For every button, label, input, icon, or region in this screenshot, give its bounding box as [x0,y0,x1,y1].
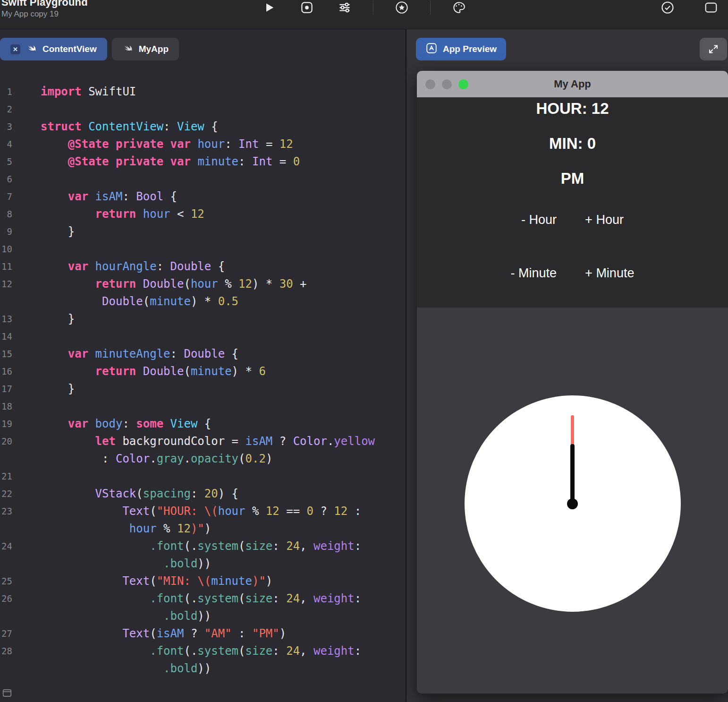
code-line[interactable]: 18 [0,397,406,415]
line-number: 6 [0,174,12,184]
code-line[interactable]: 27 Text(isAM ? "AM" : "PM") [0,625,406,642]
close-tab-icon[interactable]: ✕ [10,44,20,54]
line-number: 8 [0,209,12,219]
expand-preview-button[interactable] [700,38,727,60]
code-lines[interactable]: 1import SwiftUI23struct ContentView: Vie… [0,83,406,702]
code-text: var isAM: Bool { [41,190,177,203]
preview-window-titlebar: My App [417,71,728,97]
code-text: .bold)) [41,662,211,675]
clock-controls-row: - Hour+ Hour [417,213,728,227]
code-line[interactable]: 22 VStack(spacing: 20) { [0,485,406,502]
clock-section [417,308,728,693]
code-line[interactable]: Double(minute) * 0.5 [0,292,406,310]
console-settings-button[interactable] [335,0,354,15]
tab-label: ContentView [42,44,97,54]
code-line[interactable]: 25 Text("MIN: \(minute)") [0,572,406,590]
code-line[interactable]: 12 return Double(hour % 12) * 30 + [0,275,406,292]
code-line[interactable]: 14 [0,327,406,345]
increment-hour-button[interactable]: + Hour [585,213,624,227]
hour-readout: HOUR: 12 [417,99,728,118]
window-close-button[interactable] [425,79,435,89]
code-text: : Color.gray.opacity(0.2) [41,452,272,465]
code-line[interactable]: 5 @State private var minute: Int = 0 [0,153,406,170]
screen-dot-icon [300,0,314,15]
code-line[interactable]: 15 var minuteAngle: Double { [0,345,406,362]
run-button[interactable] [260,0,279,15]
code-line[interactable]: 8 return hour < 12 [0,205,406,223]
swift-icon [122,43,133,56]
code-text: VStack(spacing: 20) { [41,487,238,500]
code-line[interactable]: 19 var body: some View { [0,415,406,432]
window-minimize-button[interactable] [442,79,452,89]
code-text: return Double(minute) * 6 [41,365,266,378]
hour-hand [571,415,574,445]
code-line[interactable]: 6 [0,170,406,188]
code-text: struct ContentView: View { [41,120,218,133]
code-line[interactable]: 23 Text("HOUR: \(hour % 12 == 0 ? 12 : [0,502,406,520]
code-line[interactable]: 20 let backgroundColor = isAM ? Color.ye… [0,432,406,450]
code-text: return hour < 12 [41,207,204,221]
line-number: 25 [0,576,12,586]
screen-record-button[interactable] [297,0,316,15]
appearance-button[interactable] [449,0,468,15]
editor-panel-toggle-button[interactable] [2,688,12,700]
decrement-hour-button[interactable]: - Hour [521,213,557,227]
clock-readout-section: HOUR: 12 MIN: 0 PM - Hour+ Hour- Minute+… [417,97,728,308]
code-line[interactable]: 26 .font(.system(size: 24, weight: [0,590,406,607]
code-line[interactable]: 16 return Double(minute) * 6 [0,362,406,380]
window-zoom-button[interactable] [458,79,468,89]
toolbar: Swift Playground My App copy 19 [0,0,728,29]
code-line[interactable]: 24 .font(.system(size: 24, weight: [0,537,406,555]
tab-bar: ✕ ContentView MyApp [0,38,179,60]
code-line[interactable]: .bold)) [0,607,406,625]
toolbar-center [260,0,468,15]
tab-contentview[interactable]: ✕ ContentView [0,38,107,60]
line-number: 7 [0,191,12,202]
line-number: 21 [0,471,12,481]
document-subtitle: My App copy 19 [1,9,88,19]
validate-button[interactable] [658,0,677,15]
code-line[interactable]: 1import SwiftUI [0,83,406,100]
code-line[interactable]: 13 } [0,310,406,327]
code-line[interactable]: : Color.gray.opacity(0.2) [0,450,406,467]
toolbar-right [658,0,720,15]
clock-controls-row: - Minute+ Minute [417,266,728,281]
line-number: 27 [0,628,12,639]
code-line[interactable]: 7 var isAM: Bool { [0,188,406,205]
line-number: 15 [0,349,12,359]
code-line[interactable]: hour % 12)") [0,520,406,537]
app-preview-window: My App HOUR: 12 MIN: 0 PM - Hour+ Hour- … [417,71,728,693]
line-number: 26 [0,593,12,604]
main-split: ✕ ContentView MyApp 1import SwiftUI23str… [0,29,728,702]
line-number: 22 [0,488,12,499]
palette-icon [452,0,466,15]
window-titles: Swift Playground My App copy 19 [1,0,88,19]
code-line[interactable]: 21 [0,467,406,485]
app-preview-button[interactable]: App Preview [416,38,506,60]
panel-icon [2,688,12,698]
code-line[interactable]: 10 [0,240,406,257]
favorites-button[interactable] [392,0,411,15]
code-line[interactable]: 17 } [0,380,406,397]
tab-myapp[interactable]: MyApp [112,38,179,60]
decrement-minute-button[interactable]: - Minute [511,266,557,281]
code-text: .font(.system(size: 24, weight: [41,644,361,658]
play-icon [263,1,275,14]
code-line[interactable]: 4 @State private var hour: Int = 12 [0,135,406,153]
code-text: } [41,382,75,395]
code-line[interactable]: 9 } [0,223,406,240]
code-line[interactable]: 3struct ContentView: View { [0,118,406,135]
line-number: 3 [0,121,12,132]
line-number: 23 [0,506,12,516]
app-store-icon [425,42,438,57]
code-line[interactable]: 28 .font(.system(size: 24, weight: [0,642,406,659]
code-line[interactable]: 2 [0,100,406,118]
window-layout-button[interactable] [702,0,720,15]
expand-icon [708,43,719,55]
code-line[interactable]: .bold)) [0,555,406,572]
code-line[interactable]: .bold)) [0,659,406,677]
code-editor-pane[interactable]: ✕ ContentView MyApp 1import SwiftUI23str… [0,29,406,702]
code-line[interactable]: 11 var hourAngle: Double { [0,257,406,275]
increment-minute-button[interactable]: + Minute [585,266,634,281]
app-title: Swift Playground [1,0,88,9]
